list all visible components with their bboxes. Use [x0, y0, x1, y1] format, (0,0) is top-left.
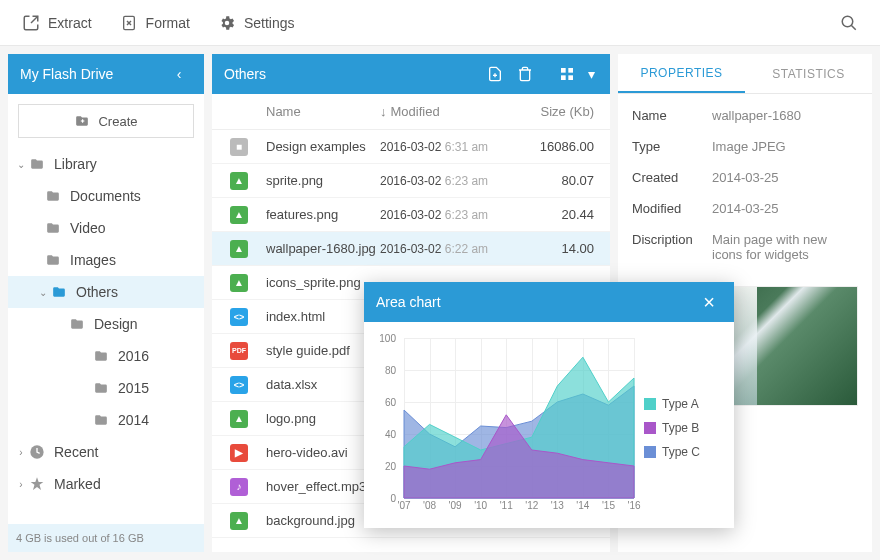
property-value: Image JPEG [712, 139, 858, 154]
folder-open-icon [50, 285, 68, 299]
expand-icon: ⌄ [36, 287, 50, 298]
file-modified: 2016-03-02 6:23 am [380, 174, 530, 188]
tree-2015[interactable]: 2015 [8, 372, 204, 404]
property-value: 2014-03-25 [712, 170, 858, 185]
folder-icon [68, 317, 86, 331]
file-size: 14.00 [530, 241, 610, 256]
tree-library[interactable]: ⌄Library [8, 148, 204, 180]
search-button[interactable] [826, 8, 872, 38]
svg-rect-6 [82, 119, 83, 123]
property-value: wallpaper-1680 [712, 108, 858, 123]
format-button[interactable]: Format [106, 8, 204, 38]
popup-header: Area chart × [364, 282, 734, 322]
format-label: Format [146, 15, 190, 31]
tree-images[interactable]: Images [8, 244, 204, 276]
col-size[interactable]: Size (Kb) [530, 104, 610, 119]
svg-point-3 [842, 16, 853, 27]
chart-legend: Type AType BType C [634, 338, 714, 518]
tree-video[interactable]: Video [8, 212, 204, 244]
folder-icon [92, 413, 110, 427]
col-modified[interactable]: ↓Modified [380, 104, 530, 119]
extract-button[interactable]: Extract [8, 8, 106, 38]
star-icon [28, 476, 46, 492]
tree-documents[interactable]: Documents [8, 180, 204, 212]
settings-button[interactable]: Settings [204, 8, 309, 38]
file-name: data.xlsx [266, 377, 380, 392]
folder-icon [92, 349, 110, 363]
svg-rect-13 [568, 75, 573, 80]
area-chart: 100806040200 '07'08'09'10'11'12'13'14'15… [374, 338, 634, 518]
file-modified: 2016-03-02 6:23 am [380, 208, 530, 222]
tree-others[interactable]: ⌄Others [8, 276, 204, 308]
property-key: Modified [632, 201, 712, 216]
chevron-right-icon: › [14, 479, 28, 490]
collapse-sidebar-button[interactable]: ‹ [166, 61, 192, 87]
close-button[interactable]: × [696, 289, 722, 315]
expand-icon: ⌄ [14, 159, 28, 170]
new-file-button[interactable] [482, 61, 508, 87]
folder-tree: ⌄Library Documents Video Images ⌄Others … [8, 148, 204, 524]
extract-icon [22, 14, 40, 32]
legend-swatch [644, 398, 656, 410]
caret-down-icon: ▾ [588, 66, 595, 82]
file-name: index.html [266, 309, 380, 324]
file-modified: 2016-03-02 6:31 am [380, 140, 530, 154]
create-button[interactable]: Create [18, 104, 194, 138]
folder-icon [44, 189, 62, 203]
file-table-header: Name ↓Modified Size (Kb) [212, 94, 610, 130]
img-icon: ▲ [230, 410, 248, 428]
table-row[interactable]: ▲wallpaper-1680.jpg2016-03-02 6:22 am14.… [212, 232, 610, 266]
legend-swatch [644, 422, 656, 434]
file-name: icons_sprite.png [266, 275, 380, 290]
tree-marked[interactable]: ›Marked [8, 468, 204, 500]
legend-swatch [644, 446, 656, 458]
table-row[interactable]: ▲sprite.png2016-03-02 6:23 am80.07 [212, 164, 610, 198]
tree-recent[interactable]: ›Recent [8, 436, 204, 468]
tree-design[interactable]: Design [8, 308, 204, 340]
grid-icon [559, 66, 575, 82]
property-row: Created2014-03-25 [618, 162, 872, 193]
view-dropdown[interactable]: ▾ [584, 61, 598, 87]
file-name: sprite.png [266, 173, 380, 188]
gear-icon [218, 14, 236, 32]
delete-button[interactable] [512, 61, 538, 87]
property-key: Created [632, 170, 712, 185]
img-icon: ▲ [230, 240, 248, 258]
tree-2016[interactable]: 2016 [8, 340, 204, 372]
svg-rect-10 [561, 68, 566, 73]
sidebar: My Flash Drive ‹ Create ⌄Library Documen… [8, 54, 204, 552]
property-key: Type [632, 139, 712, 154]
property-row: TypeImage JPEG [618, 131, 872, 162]
tab-statistics[interactable]: STATISTICS [745, 54, 872, 93]
file-size: 80.07 [530, 173, 610, 188]
file-name: logo.png [266, 411, 380, 426]
arrow-down-icon: ↓ [380, 104, 387, 119]
legend-item[interactable]: Type A [644, 397, 714, 411]
close-icon: × [703, 291, 715, 314]
legend-item[interactable]: Type C [644, 445, 714, 459]
aud-icon: ♪ [230, 478, 248, 496]
file-name: background.jpg [266, 513, 380, 528]
svg-rect-11 [568, 68, 573, 73]
sidebar-header: My Flash Drive ‹ [8, 54, 204, 94]
popup-title: Area chart [376, 294, 441, 310]
img-icon: ▲ [230, 512, 248, 530]
properties-list: Namewallpaper-1680TypeImage JPEGCreated2… [618, 94, 872, 276]
file-name: features.png [266, 207, 380, 222]
folder-icon: ■ [230, 138, 248, 156]
table-row[interactable]: ▲features.png2016-03-02 6:23 am20.44 [212, 198, 610, 232]
property-value: Main page with new icons for widgets [712, 232, 858, 262]
table-row[interactable]: ■Design examples2016-03-02 6:31 am16086.… [212, 130, 610, 164]
details-tabs: PROPERTIES STATISTICS [618, 54, 872, 94]
property-value: 2014-03-25 [712, 201, 858, 216]
view-mode-button[interactable] [554, 61, 580, 87]
toolbar: Extract Format Settings [0, 0, 880, 46]
legend-item[interactable]: Type B [644, 421, 714, 435]
code-icon: <> [230, 376, 248, 394]
tree-2014[interactable]: 2014 [8, 404, 204, 436]
property-row: Modified2014-03-25 [618, 193, 872, 224]
search-icon [840, 14, 858, 32]
file-modified: 2016-03-02 6:22 am [380, 242, 530, 256]
col-name[interactable]: Name [266, 104, 380, 119]
tab-properties[interactable]: PROPERTIES [618, 54, 745, 93]
